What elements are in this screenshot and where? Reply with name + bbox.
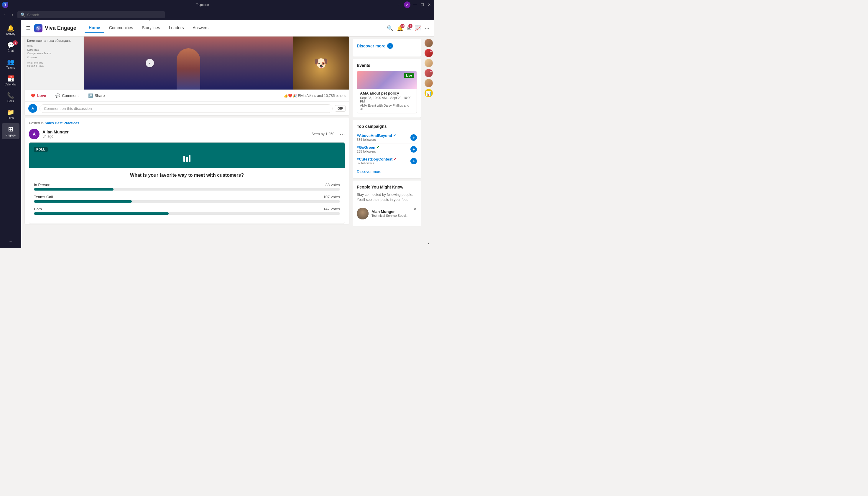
sidebar-item-calls[interactable]: 📞 Calls xyxy=(2,90,19,105)
comment-btn[interactable]: 💬 Comment xyxy=(53,92,81,99)
search-btn[interactable]: 🔍 xyxy=(387,25,393,32)
tab-home[interactable]: Home xyxy=(85,23,104,33)
post-card-1: Коментар на това обсъждане Лице Коментар… xyxy=(25,36,349,115)
event-name: AMA about pet policy xyxy=(360,91,414,95)
sidebar-item-chat[interactable]: 💬 Chat 1 xyxy=(2,39,19,55)
tab-storylines-label: Storylines xyxy=(142,25,160,30)
campaign-name-text-2: #CutestDogContest xyxy=(357,157,392,161)
sidebar-item-files[interactable]: 📁 Files xyxy=(2,106,19,122)
post-header-2: Posted in Sales Best Practices xyxy=(25,118,349,127)
campaign-add-btn-0[interactable]: + xyxy=(410,134,417,141)
thumb-2[interactable] xyxy=(424,49,433,57)
tab-home-label: Home xyxy=(89,25,100,30)
more-actions-btn[interactable]: ··· xyxy=(425,25,429,31)
title-bar-controls: ··· A — ☐ ✕ xyxy=(397,1,432,8)
reactions-count: 👍❤️🎉 Elvia Atkins and 10,785 others xyxy=(284,94,346,98)
nav-tabs: Home Communities Откри йте Storylines Le… xyxy=(85,23,213,33)
sidebar-item-teams[interactable]: 👥 Teams xyxy=(2,56,19,72)
sidebar-item-more[interactable]: ··· xyxy=(2,238,19,246)
gif-btn[interactable]: GIF xyxy=(335,105,346,112)
post-left-text: Коментар на това обсъждане xyxy=(27,39,81,43)
search-bar[interactable]: 🔍 xyxy=(17,11,165,18)
user-avatar-btn[interactable]: A xyxy=(404,1,410,8)
minimize-btn[interactable]: — xyxy=(413,2,418,7)
thumb-4[interactable] xyxy=(424,69,433,77)
thumb-5[interactable] xyxy=(424,79,433,87)
tab-answers[interactable]: Answers xyxy=(189,23,213,33)
feed-area[interactable]: Коментар на това обсъждане Лице Коментар… xyxy=(21,36,353,248)
thumb-6[interactable]: 📊 xyxy=(424,89,433,97)
poll-votes-0: 88 votes xyxy=(326,183,340,187)
campaign-add-btn-1[interactable]: + xyxy=(410,146,417,153)
post-more-btn[interactable]: ⋯ xyxy=(340,131,345,137)
back-btn[interactable]: ‹ xyxy=(2,12,8,18)
love-btn[interactable]: ❤️ Love xyxy=(28,92,48,99)
poll-label-0: In Person xyxy=(34,183,50,187)
author-avatar-2: A xyxy=(29,129,40,139)
discover-more-link[interactable]: Discover more › xyxy=(357,43,393,49)
share-btn[interactable]: ↗️ Share xyxy=(86,92,107,99)
comment-input[interactable]: Comment on this discussion xyxy=(40,104,333,113)
campaign-followers-2: 52 followers xyxy=(357,161,396,165)
thumb-3[interactable] xyxy=(424,59,433,67)
person-close-btn[interactable]: ✕ xyxy=(413,206,417,211)
app-container: 🔔 Activity 💬 Chat 1 👥 Teams 📅 Calendar 📞… xyxy=(0,20,434,248)
campaigns-discover-more-link[interactable]: Discover more xyxy=(357,169,381,174)
poll-label-1: Teams Call xyxy=(34,195,53,199)
thumb-1[interactable] xyxy=(424,39,433,47)
poll-option-row-2: Both 147 votes xyxy=(34,207,340,211)
sidebar-label-teams: Teams xyxy=(6,66,15,69)
forward-btn[interactable]: › xyxy=(10,12,15,18)
tab-leaders[interactable]: Leaders xyxy=(165,23,188,33)
love-label: Love xyxy=(37,93,46,98)
discover-arrow-icon: › xyxy=(387,43,393,49)
tab-communities[interactable]: Communities xyxy=(105,23,137,33)
people-title: People You Might Know xyxy=(357,185,417,189)
author-name-2: Allan Munger xyxy=(43,129,69,134)
campaign-item-2: #CutestDogContest ✔ 52 followers + xyxy=(357,155,417,167)
maximize-btn[interactable]: ☐ xyxy=(420,2,424,7)
sidebar-item-calendar[interactable]: 📅 Calendar xyxy=(2,73,19,88)
author-time-2: 5h ago xyxy=(43,134,69,138)
sidebar-item-engage[interactable]: ⊞ Engage xyxy=(2,123,19,139)
hamburger-btn[interactable]: ☰ xyxy=(26,25,31,32)
notifications-btn[interactable]: 🔔 12 xyxy=(397,25,403,32)
search-input[interactable] xyxy=(27,13,162,17)
post-author-2: A Allan Munger 5h ago Seen by 1,250 ⋯ xyxy=(25,127,349,142)
people-desc: Stay connected by following people. You'… xyxy=(357,192,417,202)
search-icon: 🔍 xyxy=(20,12,25,17)
posted-in-link[interactable]: Sales Best Practices xyxy=(45,121,79,125)
analytics-btn[interactable]: 📈 xyxy=(415,25,421,32)
seen-by: Seen by 1,250 xyxy=(312,132,334,136)
tab-leaders-label: Leaders xyxy=(169,25,184,30)
title-bar-title: Търсене xyxy=(196,3,209,6)
event-date: Sept 28, 10:00 AM – Sept 29, 10:00 PM xyxy=(360,96,414,103)
post-prev-nav-btn[interactable]: ‹ xyxy=(146,59,154,67)
post-img-left: Коментар на това обсъждане Лице Коментар… xyxy=(25,36,84,90)
sidebar-label-files: Files xyxy=(8,117,14,120)
header-actions: 🔍 🔔 12 ✉ 5 📈 ··· xyxy=(387,25,429,32)
dog-image: 🐶 xyxy=(293,36,349,90)
tab-storylines[interactable]: Откри йте Storylines xyxy=(138,23,164,33)
campaign-name-1[interactable]: #GoGreen ✔ xyxy=(357,145,379,150)
share-icon: ↗️ xyxy=(88,93,93,98)
campaign-item-1: #GoGreen ✔ 235 followers + xyxy=(357,143,417,155)
sidebar-item-activity[interactable]: 🔔 Activity xyxy=(2,22,19,38)
campaign-add-btn-2[interactable]: + xyxy=(410,158,417,164)
discover-more-widget: Discover more › xyxy=(353,39,421,57)
campaign-name-2[interactable]: #CutestDogContest ✔ xyxy=(357,157,396,161)
event-desc: AMA Event with Daisy Phillips and 3+ xyxy=(360,104,414,111)
event-info: AMA about pet policy Sept 28, 10:00 AM –… xyxy=(357,89,417,113)
campaign-name-0[interactable]: #AboveAndBeyond ✔ xyxy=(357,134,396,138)
svg-rect-2 xyxy=(183,156,185,162)
more-options-btn[interactable]: ··· xyxy=(397,2,402,7)
storylines-tooltip: Откри йте xyxy=(145,20,157,21)
people-widget: People You Might Know Stay connected by … xyxy=(353,181,421,226)
collapse-panel-btn[interactable]: ‹ xyxy=(428,241,430,246)
messages-btn[interactable]: ✉ 5 xyxy=(407,25,411,32)
post-actions-bar: ❤️ Love 💬 Comment ↗️ Share 👍❤️🎉 xyxy=(25,90,349,101)
post-meta-1: Лице xyxy=(27,44,81,47)
campaigns-widget: Top campaigns #AboveAndBeyond ✔ 534 foll… xyxy=(353,120,421,178)
close-btn[interactable]: ✕ xyxy=(427,2,432,7)
poll-option-2: Both 147 votes xyxy=(34,207,340,215)
